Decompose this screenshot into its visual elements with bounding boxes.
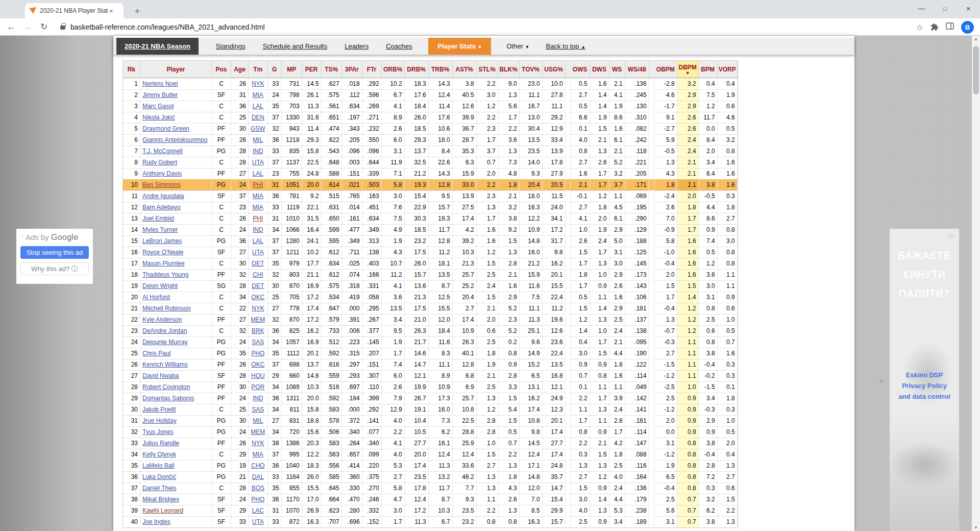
player-link[interactable]: Joel Embiid <box>142 215 174 222</box>
team-link[interactable]: PHO <box>251 350 264 357</box>
player-link[interactable]: Jrue Holiday <box>142 417 177 424</box>
col-header-ts-pct[interactable]: TS% <box>322 61 342 78</box>
player-link[interactable]: Chris Paul <box>142 350 170 357</box>
col-header-dbpm[interactable]: DBPM▼ <box>677 61 699 78</box>
why-this-ad-button[interactable]: Why this ad? ⓘ <box>20 262 89 275</box>
player-link[interactable]: Nerlens Noel <box>142 80 178 87</box>
scroll-up-icon[interactable]: ▲ <box>972 37 980 41</box>
col-header-3par[interactable]: 3PAr <box>342 61 362 78</box>
col-header-rk[interactable]: Rk <box>123 61 140 78</box>
ad-collapse-arrow-icon[interactable]: < <box>879 377 884 385</box>
team-link[interactable]: CHO <box>251 462 265 469</box>
col-header-pos[interactable]: Pos <box>212 61 231 78</box>
col-header-drb-pct[interactable]: DRB% <box>405 61 429 78</box>
scroll-down-icon[interactable]: ▼ <box>972 525 980 530</box>
bookmark-star-icon[interactable]: ☆ <box>916 22 923 32</box>
team-link[interactable]: LAC <box>252 507 264 514</box>
col-header-bpm[interactable]: BPM <box>699 61 718 78</box>
player-link[interactable]: Mikal Bridges <box>142 496 179 503</box>
col-header-per[interactable]: PER <box>302 61 322 78</box>
player-link[interactable]: Thaddeus Young <box>142 271 188 278</box>
window-minimize-icon[interactable]: — <box>910 0 933 18</box>
team-link[interactable]: MIA <box>253 192 263 200</box>
team-link[interactable]: GSW <box>251 125 265 132</box>
nav-schedule-link[interactable]: Schedule and Results <box>263 42 327 50</box>
col-header-trb-pct[interactable]: TRB% <box>429 61 453 78</box>
nav-other-button[interactable]: Other ▼ <box>506 42 529 50</box>
player-link[interactable]: David Nwaba <box>142 372 179 379</box>
player-link[interactable]: Dejounte Murray <box>142 339 188 346</box>
team-link[interactable]: BOS <box>252 485 264 492</box>
player-link[interactable]: Joe Ingles <box>142 518 170 525</box>
col-header-ftr[interactable]: FTr <box>362 61 382 78</box>
team-link[interactable]: DEN <box>252 114 264 121</box>
team-link[interactable]: MEM <box>251 316 265 323</box>
col-header-ws[interactable]: WS <box>609 61 625 78</box>
team-link[interactable]: PHO <box>251 496 264 503</box>
player-link[interactable]: Domantas Sabonis <box>142 395 194 402</box>
player-link[interactable]: LeBron James <box>142 237 182 245</box>
player-link[interactable]: Bam Adebayo <box>142 204 181 211</box>
player-link[interactable]: Al Horford <box>142 294 170 301</box>
player-link[interactable]: Mason Plumlee <box>142 260 185 267</box>
player-link[interactable]: Kelly Olynyk <box>142 451 176 458</box>
player-link[interactable]: Giannis Antetokounmpo <box>142 136 207 143</box>
player-link[interactable]: Kenrich Williams <box>142 361 188 368</box>
team-link[interactable]: MIL <box>253 417 263 424</box>
team-link[interactable]: NYK <box>252 80 264 87</box>
team-link[interactable]: SAS <box>252 339 264 346</box>
player-link[interactable]: Delon Wright <box>142 282 178 289</box>
player-link[interactable]: Robert Covington <box>142 383 190 391</box>
team-link[interactable]: LAL <box>253 237 263 245</box>
nav-player-stats-button[interactable]: Player Stats ▼ <box>428 38 491 55</box>
col-header-dws[interactable]: DWS <box>590 61 609 78</box>
team-link[interactable]: PHI <box>253 181 263 188</box>
tab-close-icon[interactable]: × <box>109 7 113 15</box>
vertical-scrollbar[interactable]: ▲ ▼ <box>972 36 980 531</box>
right-ad-banner[interactable]: 18+ БАЖАЄТЕ КИНУТИ ПАЛИТИ? Eskimi DSP Pr… <box>890 229 959 531</box>
col-header-age[interactable]: Age <box>231 61 249 78</box>
team-link[interactable]: LAL <box>253 170 263 177</box>
player-link[interactable]: Nikola Jokić <box>142 114 175 121</box>
player-link[interactable]: Royce O'Neale <box>142 249 183 256</box>
team-link[interactable]: UTA <box>252 518 264 525</box>
profile-avatar[interactable]: B <box>961 21 974 34</box>
player-link[interactable]: Ben Simmons <box>142 181 181 188</box>
team-link[interactable]: MIA <box>253 451 263 458</box>
team-link[interactable]: IND <box>253 395 263 402</box>
stop-seeing-ad-button[interactable]: Stop seeing this ad <box>20 246 89 259</box>
privacy-policy-link[interactable]: Privacy Policy and data control <box>898 382 950 400</box>
team-link[interactable]: UTA <box>252 249 264 256</box>
player-link[interactable]: Myles Turner <box>142 226 178 233</box>
player-link[interactable]: T.J. McConnell <box>142 148 183 155</box>
team-link[interactable]: LAL <box>253 103 263 110</box>
url-text[interactable]: basketball-reference.com/leagues/NBA_202… <box>70 23 265 31</box>
team-link[interactable]: OKC <box>251 361 264 368</box>
team-link[interactable]: DET <box>252 282 264 289</box>
col-header-player[interactable]: Player <box>140 61 212 78</box>
reload-icon[interactable]: ↻ <box>36 21 52 32</box>
team-link[interactable]: DET <box>252 260 264 267</box>
back-icon[interactable]: ← <box>3 22 19 32</box>
team-link[interactable]: OKC <box>251 294 264 301</box>
scrollbar-thumb[interactable] <box>973 46 979 94</box>
team-link[interactable]: UTA <box>252 159 264 166</box>
player-link[interactable]: Jakob Poeltl <box>142 406 176 413</box>
col-header-vorp[interactable]: VORP <box>718 61 738 78</box>
col-header-ast-pct[interactable]: AST% <box>453 61 477 78</box>
player-link[interactable]: Kyle Anderson <box>142 316 182 323</box>
team-link[interactable]: PHI <box>253 215 263 222</box>
team-link[interactable]: HOU <box>251 372 265 379</box>
col-header-ws48[interactable]: WS/48 <box>625 61 649 78</box>
col-header-tov-pct[interactable]: TOV% <box>520 61 543 78</box>
player-link[interactable]: DeAndre Jordan <box>142 327 187 334</box>
back-to-top-link[interactable]: Back to top ▲ <box>546 42 586 50</box>
col-header-orb-pct[interactable]: ORB% <box>382 61 405 78</box>
nav-coaches-link[interactable]: Coaches <box>386 42 412 50</box>
new-tab-button[interactable]: + <box>131 5 144 18</box>
team-link[interactable]: MIA <box>253 91 263 99</box>
team-link[interactable]: IND <box>253 226 263 233</box>
player-link[interactable]: Kawhi Leonard <box>142 507 183 514</box>
team-link[interactable]: MEM <box>251 428 265 436</box>
team-link[interactable]: MIA <box>253 204 263 211</box>
